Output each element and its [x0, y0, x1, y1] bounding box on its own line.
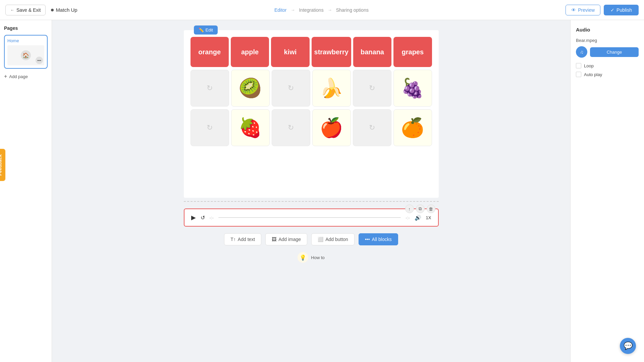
add-image-button[interactable]: 🖼 Add image	[265, 233, 307, 245]
button-icon: ⬜	[318, 237, 323, 242]
cell-3-4[interactable]: 🍎	[312, 109, 351, 146]
home-page-card[interactable]: Home 🏠 •••	[4, 35, 48, 69]
add-page-button[interactable]: + Add page	[4, 72, 48, 81]
player-actions: ↑ ⧉ 🗑	[405, 204, 435, 213]
audio-panel-title: Audio	[576, 27, 639, 33]
change-audio-button[interactable]: Change	[590, 47, 639, 57]
page-thumbnail: 🏠 •••	[7, 45, 44, 65]
preview-button[interactable]: 👁 Preview	[566, 5, 600, 15]
cell-3-6[interactable]: 🍊	[393, 109, 432, 146]
home-label: Home	[7, 38, 44, 43]
bottom-toolbar: T↑ Add text 🖼 Add image ⬜ Add button •••…	[224, 233, 398, 245]
audio-play-button[interactable]: ♫	[576, 46, 587, 58]
check-icon: ✓	[610, 7, 614, 13]
step-sharing[interactable]: Sharing options	[336, 7, 369, 13]
replay-button[interactable]: ↺	[201, 215, 205, 221]
cell-2-2[interactable]: 🥝	[231, 70, 270, 107]
fruit-label-grapes[interactable]: grapes	[393, 37, 432, 67]
audio-filename: Bear.mpeg	[576, 38, 639, 43]
refresh-icon-2-3: ↻	[288, 84, 294, 93]
cell-3-3[interactable]: ↻	[272, 109, 310, 146]
sidebar: Pages Home 🏠 ••• + Add page	[0, 20, 52, 362]
publish-button[interactable]: ✓ Publish	[604, 5, 639, 15]
player-speed[interactable]: 1X	[426, 215, 431, 220]
cell-2-1[interactable]: ↻	[191, 70, 229, 107]
chat-button[interactable]: 💬	[620, 338, 636, 354]
page-more-button[interactable]: •••	[36, 57, 43, 64]
audio-player: ↑ ⧉ 🗑 ▶ ↺ -:- -:- 🔊 1X	[184, 208, 439, 227]
add-button-button[interactable]: ⬜ Add button	[311, 233, 355, 245]
autoplay-label: Auto play	[584, 72, 602, 77]
right-panel: Audio Bear.mpeg ♫ Change Loop Auto play	[570, 20, 644, 362]
home-thumb-icon: 🏠	[21, 50, 31, 60]
fruit-labels-row: orange apple kiwi strawberry banana grap…	[191, 37, 432, 67]
feedback-tab[interactable]: Feedback	[0, 149, 5, 181]
canvas-container: ✏️ Edit orange apple kiwi strawberry ba	[184, 30, 439, 198]
top-nav: Save & Exit Match Up Editor → Integratio…	[0, 0, 644, 20]
cell-3-1[interactable]: ↻	[191, 109, 229, 146]
step-editor[interactable]: Editor	[274, 7, 287, 13]
player-delete-button[interactable]: 🗑	[427, 204, 435, 213]
image-icon: 🖼	[272, 237, 276, 242]
dashed-divider	[184, 201, 439, 202]
save-exit-label: Save & Exit	[16, 7, 41, 13]
add-text-button[interactable]: T↑ Add text	[224, 233, 261, 245]
fruit-label-apple[interactable]: apple	[231, 37, 269, 67]
loop-checkbox[interactable]	[576, 63, 581, 68]
cell-2-4[interactable]: 🍌	[312, 70, 351, 107]
refresh-icon-3-5: ↻	[369, 123, 375, 132]
audio-controls-row: ♫ Change	[576, 46, 639, 58]
match-up-label: Match Up	[51, 7, 77, 13]
cell-2-6[interactable]: 🍇	[393, 70, 432, 107]
player-time-start: -:-	[210, 215, 214, 220]
text-icon: T↑	[230, 237, 236, 242]
cell-2-5[interactable]: ↻	[353, 70, 391, 107]
step-integrations[interactable]: Integrations	[299, 7, 323, 13]
banana-image: 🍌	[320, 79, 343, 98]
add-page-label: Add page	[9, 74, 28, 79]
eye-icon: 👁	[571, 7, 576, 13]
all-blocks-button[interactable]: ••• All blocks	[359, 233, 398, 245]
autoplay-checkbox-row: Auto play	[576, 72, 639, 77]
refresh-icon-3-3: ↻	[288, 123, 294, 132]
loop-label: Loop	[584, 63, 594, 68]
autoplay-checkbox[interactable]	[576, 72, 581, 77]
fruit-label-strawberry[interactable]: strawberry	[312, 37, 351, 67]
nav-steps: Editor → Integrations → Sharing options	[83, 7, 560, 13]
player-progress-bar[interactable]	[218, 217, 401, 218]
how-to-button[interactable]: 💡 How to	[298, 252, 324, 263]
blocks-icon: •••	[365, 237, 370, 242]
refresh-icon-2-1: ↻	[207, 84, 213, 93]
arrow-2: →	[328, 7, 332, 12]
fruit-label-banana[interactable]: banana	[353, 37, 391, 67]
cell-3-5[interactable]: ↻	[353, 109, 391, 146]
chat-icon: 💬	[624, 342, 633, 350]
orange-image: 🍊	[401, 118, 424, 137]
player-time-end: -:-	[406, 215, 410, 220]
strawberry-image: 🍓	[238, 118, 262, 137]
player-copy-button[interactable]: ⧉	[416, 204, 425, 213]
volume-icon[interactable]: 🔊	[415, 215, 421, 221]
fruit-label-kiwi[interactable]: kiwi	[271, 37, 309, 67]
arrow-1: →	[290, 7, 295, 12]
grapes-image: 🍇	[401, 79, 424, 98]
pencil-icon: ✏️	[199, 27, 204, 33]
cell-3-2[interactable]: 🍓	[231, 109, 270, 146]
refresh-icon-3-1: ↻	[207, 123, 213, 132]
fruit-label-orange[interactable]: orange	[191, 37, 229, 67]
apple-image: 🍎	[320, 118, 343, 137]
canvas-area: ✏️ Edit orange apple kiwi strawberry ba	[52, 20, 570, 362]
player-upload-button[interactable]: ↑	[405, 204, 414, 213]
main-layout: Pages Home 🏠 ••• + Add page ✏️ Edit oran…	[0, 20, 644, 362]
edit-button[interactable]: ✏️ Edit	[194, 25, 218, 35]
dot-indicator	[51, 9, 54, 11]
refresh-icon-2-5: ↻	[369, 84, 375, 93]
plus-icon: +	[4, 73, 7, 79]
nav-right: 👁 Preview ✓ Publish	[566, 5, 639, 15]
lightbulb-icon: 💡	[298, 252, 308, 263]
image-row-2: ↻ 🥝 ↻ 🍌 ↻ 🍇	[191, 70, 432, 107]
play-button[interactable]: ▶	[191, 214, 196, 221]
save-exit-button[interactable]: Save & Exit	[5, 5, 46, 15]
loop-checkbox-row: Loop	[576, 63, 639, 68]
cell-2-3[interactable]: ↻	[272, 70, 310, 107]
